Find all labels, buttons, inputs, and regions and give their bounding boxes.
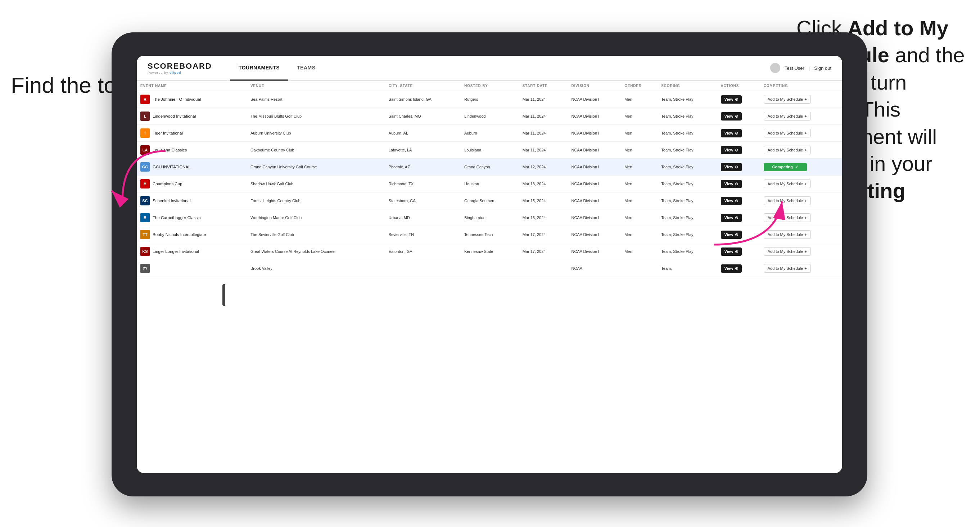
cell-division: NCAA Division I: [568, 210, 621, 226]
tab-teams[interactable]: TEAMS: [288, 56, 324, 81]
cell-venue: Sea Palms Resort: [247, 91, 385, 108]
cell-venue: Brook Valley: [247, 260, 385, 277]
view-button[interactable]: View ⊙: [721, 264, 742, 273]
cell-competing: Competing ✓: [760, 159, 842, 176]
col-city-state: CITY, STATE: [385, 81, 461, 91]
cell-city-state: Eatonton, GA: [385, 243, 461, 260]
table-row: L Lindenwood Invitational The Missouri B…: [137, 108, 842, 125]
cell-event-name: ??: [137, 260, 247, 277]
cell-start-date: Mar 11, 2024: [519, 108, 568, 125]
eye-icon: ⊙: [735, 165, 738, 170]
view-button[interactable]: View ⊙: [721, 180, 742, 188]
cell-gender: Men: [621, 91, 657, 108]
logo-area: SCOREBOARD Powered by clippd: [148, 62, 212, 75]
plus-icon: +: [804, 131, 807, 135]
view-button[interactable]: View ⊙: [721, 95, 742, 103]
eye-icon: ⊙: [735, 232, 738, 237]
cell-start-date: [519, 260, 568, 277]
cell-start-date: Mar 11, 2024: [519, 142, 568, 159]
cell-actions: View ⊙: [717, 108, 760, 125]
header-right: Test User | Sign out: [770, 63, 831, 73]
view-button[interactable]: View ⊙: [721, 163, 742, 171]
view-button[interactable]: View ⊙: [721, 146, 742, 154]
cell-city-state: [385, 260, 461, 277]
col-venue: VENUE: [247, 81, 385, 91]
cell-division: NCAA Division I: [568, 243, 621, 260]
cell-scoring: Team, Stroke Play: [657, 210, 717, 226]
add-to-schedule-button[interactable]: Add to My Schedule +: [764, 179, 811, 188]
cell-gender: Men: [621, 108, 657, 125]
cell-division: NCAA Division I: [568, 176, 621, 192]
event-name-text: The Johnnie - O Individual: [153, 97, 201, 102]
col-competing: COMPETING: [760, 81, 842, 91]
eye-icon: ⊙: [735, 114, 738, 119]
table-row: H Champions Cup Shadow Hawk Golf ClubRic…: [137, 176, 842, 192]
competing-button[interactable]: Competing ✓: [764, 163, 807, 171]
cell-hosted-by: Grand Canyon: [461, 159, 519, 176]
cell-division: NCAA Division I: [568, 108, 621, 125]
sign-out-link[interactable]: Sign out: [814, 65, 831, 71]
cell-gender: Men: [621, 243, 657, 260]
view-button[interactable]: View ⊙: [721, 112, 742, 121]
eye-icon: ⊙: [735, 216, 738, 220]
cell-competing: Add to My Schedule +: [760, 125, 842, 142]
view-button[interactable]: View ⊙: [721, 230, 742, 239]
cell-hosted-by: Louisiana: [461, 142, 519, 159]
add-to-schedule-button[interactable]: Add to My Schedule +: [764, 146, 811, 154]
add-to-schedule-button[interactable]: Add to My Schedule +: [764, 247, 811, 256]
cell-actions: View ⊙: [717, 91, 760, 108]
cell-venue: Shadow Hawk Golf Club: [247, 176, 385, 192]
cell-scoring: Team, Stroke Play: [657, 108, 717, 125]
view-button[interactable]: View ⊙: [721, 248, 742, 256]
cell-scoring: Team, Stroke Play: [657, 142, 717, 159]
cell-start-date: Mar 11, 2024: [519, 125, 568, 142]
cell-start-date: Mar 13, 2024: [519, 176, 568, 192]
add-to-schedule-button[interactable]: Add to My Schedule +: [764, 95, 811, 103]
cell-gender: Men: [621, 159, 657, 176]
cell-actions: View ⊙: [717, 260, 760, 277]
view-button[interactable]: View ⊙: [721, 197, 742, 205]
cell-hosted-by: Kennesaw State: [461, 243, 519, 260]
add-to-schedule-button[interactable]: Add to My Schedule +: [764, 264, 811, 273]
eye-icon: ⊙: [735, 97, 738, 102]
cell-competing: Add to My Schedule +: [760, 210, 842, 226]
team-logo: LA: [140, 145, 150, 155]
table-row: R The Johnnie - O Individual Sea Palms R…: [137, 91, 842, 108]
team-logo: H: [140, 179, 150, 189]
eye-icon: ⊙: [735, 266, 738, 271]
cell-competing: Add to My Schedule +: [760, 108, 842, 125]
table-row: TT Bobby Nichols Intercollegiate The Sev…: [137, 226, 842, 243]
view-button[interactable]: View ⊙: [721, 129, 742, 137]
plus-icon: +: [804, 249, 807, 254]
table-header-row: EVENT NAME VENUE CITY, STATE HOSTED BY S…: [137, 81, 842, 91]
cell-event-name: LA Louisiana Classics: [137, 142, 247, 159]
cell-city-state: Statesboro, GA: [385, 192, 461, 210]
cell-competing: Add to My Schedule +: [760, 243, 842, 260]
view-button[interactable]: View ⊙: [721, 214, 742, 222]
cell-scoring: Team, Stroke Play: [657, 176, 717, 192]
cell-event-name: GC GCU INVITATIONAL: [137, 159, 247, 176]
cell-actions: View ⊙: [717, 210, 760, 226]
cell-event-name: L Lindenwood Invitational: [137, 108, 247, 125]
table-row: ?? Brook ValleyNCAATeam, View ⊙ Add to M…: [137, 260, 842, 277]
eye-icon: ⊙: [735, 148, 738, 152]
team-logo: B: [140, 213, 150, 222]
cell-event-name: TT Bobby Nichols Intercollegiate: [137, 226, 247, 243]
cell-actions: View ⊙: [717, 243, 760, 260]
col-hosted-by: HOSTED BY: [461, 81, 519, 91]
add-to-schedule-button[interactable]: Add to My Schedule +: [764, 112, 811, 121]
cell-gender: Men: [621, 176, 657, 192]
tab-tournaments[interactable]: TOURNAMENTS: [230, 56, 288, 81]
add-to-schedule-button[interactable]: Add to My Schedule +: [764, 197, 811, 205]
cell-start-date: Mar 17, 2024: [519, 226, 568, 243]
cell-actions: View ⊙: [717, 142, 760, 159]
event-name-text: Linger Longer Invitational: [153, 249, 199, 254]
cell-start-date: Mar 12, 2024: [519, 159, 568, 176]
add-to-schedule-button[interactable]: Add to My Schedule +: [764, 129, 811, 137]
plus-icon: +: [804, 97, 807, 102]
add-to-schedule-button[interactable]: Add to My Schedule +: [764, 230, 811, 239]
table-row: LA Louisiana Classics Oakbourne Country …: [137, 142, 842, 159]
cell-division: NCAA Division I: [568, 159, 621, 176]
add-to-schedule-button[interactable]: Add to My Schedule +: [764, 213, 811, 222]
cell-event-name: H Champions Cup: [137, 176, 247, 192]
